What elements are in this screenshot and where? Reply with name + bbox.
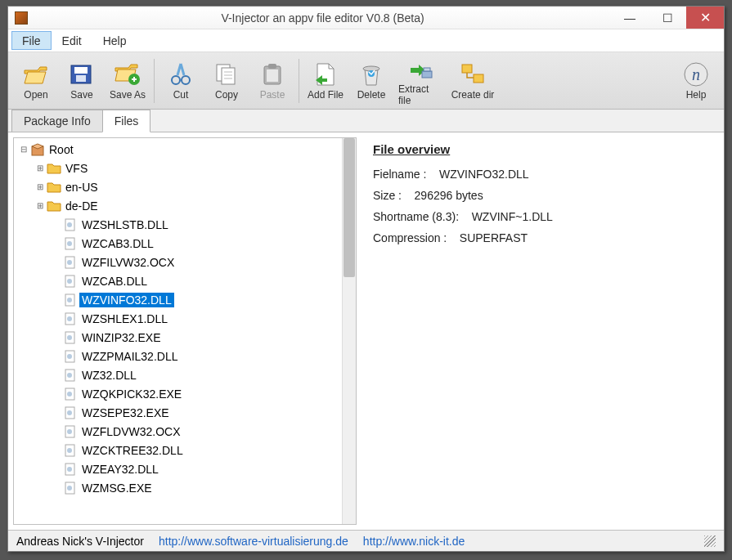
scrollbar-thumb[interactable]: [344, 138, 355, 277]
statusbar: Andreas Nick's V-Injector http://www.sof…: [8, 530, 724, 551]
minimize-button[interactable]: —: [611, 7, 649, 29]
tab-files[interactable]: Files: [102, 110, 151, 132]
tree-file[interactable]: WZZPMAIL32.DLL: [14, 347, 356, 365]
tab-strip: Package Info Files: [8, 110, 724, 132]
help-icon: n: [683, 61, 709, 87]
tree-folder[interactable]: ⊞ de-DE: [14, 196, 356, 215]
tree-label: WZQKPICK32.EXE: [79, 387, 184, 401]
app-icon: [15, 11, 28, 25]
file-icon: [63, 274, 78, 289]
detail-label: Shortname (8.3):: [373, 210, 459, 223]
folder-icon: [47, 161, 61, 176]
tree-file[interactable]: WZ32.DLL: [14, 365, 356, 384]
tree-content: ⊟ Root ⊞ VFS ⊞ en-US ⊞ de-DE: [14, 138, 356, 499]
svg-point-31: [67, 298, 72, 302]
svg-point-49: [67, 467, 72, 472]
tree-label: WZFILVW32.OCX: [79, 255, 177, 270]
tree-file[interactable]: WINZIP32.EXE: [14, 328, 356, 347]
detail-value: WZVINFO32.DLL: [439, 168, 529, 181]
cut-button[interactable]: Cut: [159, 57, 202, 105]
menu-file[interactable]: File: [11, 31, 52, 50]
toolbar-group-file: Open Save Save As: [15, 57, 149, 105]
toolbar-separator: [299, 59, 299, 103]
copy-button[interactable]: Copy: [205, 57, 248, 105]
close-button[interactable]: ✕: [686, 7, 724, 29]
svg-point-35: [67, 335, 72, 340]
svg-rect-15: [422, 71, 432, 78]
tree-label: WZCKTREE32.DLL: [79, 443, 186, 458]
collapse-icon[interactable]: ⊟: [19, 145, 29, 154]
tree-file[interactable]: WZMSG.EXE: [14, 478, 356, 497]
status-brand: Andreas Nick's V-Injector: [16, 535, 144, 548]
expand-icon[interactable]: ⊞: [35, 164, 45, 172]
menu-edit[interactable]: Edit: [52, 31, 92, 50]
detail-value: WZVINF~1.DLL: [472, 210, 553, 223]
tree-file[interactable]: WZCAB3.DLL: [14, 234, 356, 253]
file-icon: [63, 330, 78, 345]
saveas-button[interactable]: Save As: [106, 57, 149, 105]
svg-rect-18: [474, 74, 483, 83]
tree-file[interactable]: WZFILVW32.OCX: [14, 253, 356, 271]
svg-point-25: [67, 241, 72, 246]
delete-label: Delete: [357, 89, 386, 101]
svg-point-37: [67, 354, 72, 359]
tree-file[interactable]: WZEAY32.DLL: [14, 459, 356, 478]
tree-folder[interactable]: ⊞ en-US: [14, 177, 356, 196]
detail-size: Size : 296296 bytes: [373, 189, 711, 202]
svg-point-5: [182, 76, 190, 84]
svg-point-29: [67, 279, 72, 284]
createdir-label: Create dir: [451, 89, 495, 101]
file-icon: [63, 405, 78, 420]
tree-label: WZEAY32.DLL: [79, 462, 161, 477]
tree-file[interactable]: WZQKPICK32.EXE: [14, 384, 356, 403]
maximize-button[interactable]: ☐: [649, 7, 686, 29]
menu-help[interactable]: Help: [92, 31, 137, 50]
file-tree[interactable]: ⊟ Root ⊞ VFS ⊞ en-US ⊞ de-DE: [13, 137, 357, 525]
expand-icon[interactable]: ⊞: [35, 182, 45, 191]
tree-file[interactable]: WZFLDVW32.OCX: [14, 422, 356, 441]
createdir-icon: [460, 61, 486, 87]
tree-file[interactable]: WZSHLSTB.DLL: [14, 215, 356, 234]
resize-grip[interactable]: [704, 535, 716, 547]
detail-value: 296296 bytes: [415, 189, 483, 202]
delete-button[interactable]: Delete: [350, 57, 393, 105]
detail-shortname: Shortname (8.3): WZVINF~1.DLL: [373, 210, 711, 223]
help-button[interactable]: n Help: [675, 57, 717, 105]
extract-label: Extract file: [398, 83, 442, 106]
svg-rect-16: [424, 68, 430, 71]
tree-file[interactable]: WZSEPE32.EXE: [14, 403, 356, 422]
file-icon: [63, 255, 78, 270]
file-icon: [63, 236, 78, 251]
svg-point-41: [67, 392, 72, 396]
file-icon: [63, 349, 78, 364]
tree-file[interactable]: WZCAB.DLL: [14, 271, 356, 290]
file-icon: [63, 293, 78, 307]
save-button[interactable]: Save: [61, 57, 103, 105]
addfile-button[interactable]: Add File: [304, 57, 347, 105]
tree-folder[interactable]: ⊞ VFS: [14, 159, 356, 177]
scrollbar[interactable]: [342, 138, 356, 524]
createdir-button[interactable]: Create dir: [448, 57, 497, 105]
tree-file-selected[interactable]: WZVINFO32.DLL: [14, 290, 356, 309]
tree-label: WZSHLEX1.DLL: [79, 311, 170, 326]
folder-icon: [47, 199, 61, 213]
expand-icon[interactable]: ⊞: [35, 201, 45, 210]
file-icon: [63, 481, 78, 495]
extract-icon: [407, 56, 433, 82]
tree-file[interactable]: WZCKTREE32.DLL: [14, 441, 356, 459]
tree-label: WZVINFO32.DLL: [79, 293, 174, 307]
tree-file[interactable]: WZSHLEX1.DLL: [14, 309, 356, 328]
toolbar-separator: [154, 59, 155, 103]
extract-button[interactable]: Extract file: [396, 52, 445, 110]
paste-button[interactable]: Paste: [251, 57, 294, 105]
open-button[interactable]: Open: [15, 57, 57, 105]
tree-root[interactable]: ⊟ Root: [14, 140, 356, 159]
folder-icon: [47, 180, 61, 195]
tab-package-info[interactable]: Package Info: [11, 110, 103, 132]
status-link-1[interactable]: http://www.software-virtualisierung.de: [159, 535, 348, 548]
tree-label: de-DE: [63, 199, 101, 213]
svg-point-43: [67, 410, 72, 415]
file-add-icon: [312, 61, 339, 87]
svg-rect-12: [268, 64, 276, 69]
status-link-2[interactable]: http://www.nick-it.de: [363, 535, 465, 548]
